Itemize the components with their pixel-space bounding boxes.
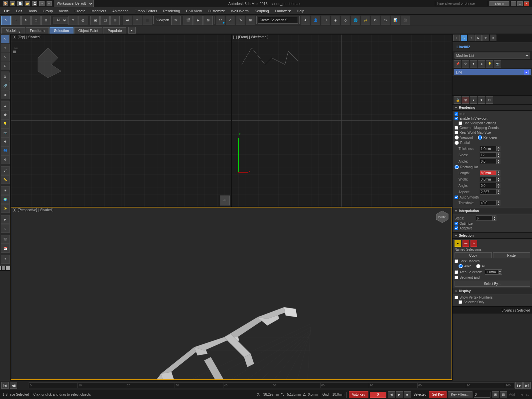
lt-geometry[interactable]: ▲ — [1, 101, 10, 110]
vp-top-name[interactable]: [Top] — [18, 35, 25, 39]
spinner-snap[interactable]: ⊞ — [246, 16, 255, 25]
menu-create[interactable]: Create — [72, 8, 88, 14]
select-by-btn[interactable]: Select By... — [455, 281, 530, 287]
viewport-radio-label[interactable]: Viewport — [455, 135, 473, 140]
render-environment[interactable]: 🌐 — [351, 16, 360, 25]
select-tool[interactable]: ↖ — [1, 16, 11, 25]
angle2-input[interactable] — [480, 183, 496, 188]
mod-move-down[interactable]: ▼ — [478, 96, 485, 104]
adaptive-label[interactable]: Adaptive — [455, 226, 472, 230]
mod-pin[interactable]: 📌 — [454, 60, 461, 67]
menu-wall-worm[interactable]: Wall Worm — [228, 8, 251, 14]
real-world-map-label[interactable]: Real-World Map Size — [455, 131, 491, 134]
mod-config[interactable]: ⚙ — [462, 60, 469, 67]
tab-modeling[interactable]: Modeling — [1, 27, 25, 34]
quick-access[interactable]: 📁 — [10, 1, 15, 6]
angle-input[interactable] — [480, 159, 496, 164]
display-panel-btn[interactable]: 👁 — [482, 35, 489, 41]
segment-end-cb[interactable] — [455, 276, 458, 279]
use-viewport-settings-label[interactable]: Use Viewport Settings — [455, 121, 496, 125]
menu-civil-view[interactable]: Civil View — [183, 8, 204, 14]
schematic-view[interactable]: ◈ — [331, 16, 340, 25]
workspace-dropdown[interactable]: Workspace: Default — [54, 0, 94, 7]
real-world-map-cb[interactable] — [455, 131, 458, 134]
misc-btn1[interactable]: ⊠ — [492, 391, 499, 398]
mod-collapse[interactable]: ⊡ — [486, 96, 493, 104]
biped-btn[interactable]: ♟ — [301, 16, 310, 25]
steps-down[interactable]: ▼ — [492, 218, 496, 221]
redo-btn[interactable]: ↪ — [47, 1, 52, 6]
radial-label[interactable]: Radial — [455, 141, 469, 145]
menu-help[interactable]: Help — [294, 8, 307, 14]
lt-help[interactable]: ? — [1, 255, 10, 264]
close-btn[interactable]: ✕ — [524, 1, 529, 6]
steps-up[interactable]: ▲ — [492, 215, 496, 218]
vp-top-mode[interactable]: [ Shaded ] — [26, 35, 42, 39]
enable-renderer-label[interactable]: true — [455, 112, 465, 116]
angle-snap[interactable]: ∠ — [226, 16, 235, 25]
paste-btn[interactable]: Paste — [493, 252, 530, 258]
optimize-label[interactable]: Optimize — [455, 222, 472, 225]
lt-lights[interactable]: 💡 — [1, 119, 10, 128]
prev-frame-btn[interactable]: |◀ — [1, 382, 9, 389]
lt-shapes[interactable]: ⬟ — [1, 110, 10, 119]
mod-lock[interactable]: 🔒 — [454, 96, 461, 104]
menu-tools[interactable]: Tools — [26, 8, 40, 14]
length-down[interactable]: ▼ — [496, 173, 500, 176]
lt-bind-space[interactable]: ◉ — [1, 90, 10, 99]
tab-selection[interactable]: Selection — [50, 27, 73, 34]
show-vertex-cb[interactable] — [455, 296, 458, 299]
threshold-input[interactable] — [480, 200, 496, 205]
segment-subobj[interactable]: — — [463, 240, 469, 247]
lt-move[interactable]: ✛ — [1, 44, 10, 52]
angle-up[interactable]: ▲ — [496, 159, 500, 161]
select-region[interactable]: ▢ — [100, 16, 110, 25]
render-effects[interactable]: ✨ — [361, 16, 370, 25]
minimize-btn[interactable]: — — [511, 1, 516, 6]
lt-env[interactable]: 🌍 — [1, 195, 10, 204]
lock-handles-label[interactable]: Lock Handles — [455, 259, 480, 263]
next-frame-btn[interactable]: ▶| — [523, 382, 531, 389]
use-pivot[interactable]: ◎ — [78, 16, 87, 25]
lt-rotate[interactable]: ↻ — [1, 53, 10, 61]
set-key-btn[interactable]: Set Key — [429, 391, 447, 398]
copy-btn[interactable]: Copy — [455, 252, 492, 258]
sides-up[interactable]: ▲ — [496, 152, 500, 155]
angle2-down[interactable]: ▼ — [496, 186, 500, 188]
play-fwd-btn[interactable]: ▶ — [396, 391, 403, 398]
create-panel-btn[interactable]: + — [453, 35, 460, 41]
move-tool[interactable]: ✛ — [11, 16, 21, 25]
rectangular-label[interactable]: Rectangular — [455, 165, 478, 169]
mod-show-all[interactable]: ▼ — [470, 60, 477, 67]
enable-viewport-cb[interactable] — [455, 117, 458, 120]
save-btn[interactable]: 💾 — [32, 1, 37, 6]
select-object[interactable]: ▣ — [90, 16, 100, 25]
extra-tools[interactable]: ⚙ — [371, 16, 380, 25]
rotate-tool[interactable]: ↻ — [21, 16, 31, 25]
generate-mapping-cb[interactable] — [455, 126, 458, 130]
lt-helpers[interactable]: ✚ — [1, 137, 10, 146]
character-btn[interactable]: 👤 — [311, 16, 320, 25]
alike-label[interactable]: Alike — [459, 264, 471, 268]
viewport-btn[interactable]: 👁 — [171, 16, 181, 25]
thickness-input[interactable] — [480, 146, 496, 151]
sign-in-btn[interactable]: Sign In — [489, 1, 509, 6]
tab-populate[interactable]: Populate — [103, 27, 126, 34]
all-radio[interactable] — [476, 264, 480, 268]
maximize-btn[interactable]: □ — [517, 1, 523, 6]
lt-link[interactable]: ⛓ — [1, 72, 10, 81]
lt-measure[interactable]: 📏 — [1, 175, 10, 184]
mod-camera[interactable]: 📷 — [494, 60, 501, 67]
snap-toggle[interactable]: 2.5✦ — [216, 16, 225, 25]
interpolation-rollout-header[interactable]: ▼ Interpolation — [453, 208, 532, 214]
display-rollout-header[interactable]: ▼ Display — [453, 288, 532, 294]
area-sel-label[interactable]: Area Selection: — [455, 270, 482, 274]
enable-renderer-cb[interactable] — [455, 112, 458, 116]
menu-animation[interactable]: Animation — [110, 8, 131, 14]
sides-down[interactable]: ▼ — [496, 155, 500, 158]
render-frame[interactable]: ▶ — [194, 16, 203, 25]
app-logo[interactable]: 🎨 — [3, 1, 8, 6]
nav-cube[interactable]: PERSP — [435, 209, 450, 224]
lt-cameras[interactable]: 📷 — [1, 128, 10, 137]
lt-systems[interactable]: ⚙ — [1, 155, 10, 164]
